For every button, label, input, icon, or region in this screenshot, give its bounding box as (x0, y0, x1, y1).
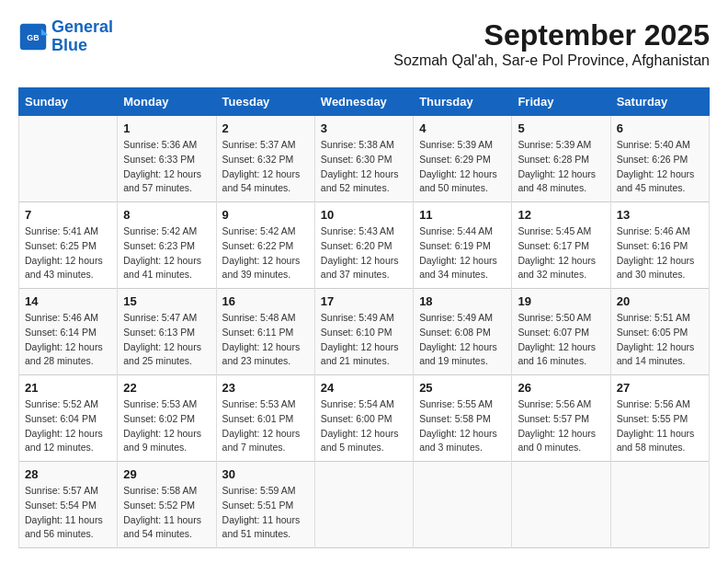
calendar-cell: 4Sunrise: 5:39 AMSunset: 6:29 PMDaylight… (414, 116, 512, 202)
logo-line2: Blue (51, 36, 87, 54)
day-info: Sunrise: 5:38 AMSunset: 6:30 PMDaylight:… (321, 138, 407, 196)
page-title: September 2025 (393, 18, 710, 52)
day-info: Sunrise: 5:54 AMSunset: 6:00 PMDaylight:… (321, 397, 407, 455)
day-info: Sunrise: 5:50 AMSunset: 6:07 PMDaylight:… (518, 311, 604, 369)
day-number: 15 (123, 294, 210, 308)
calendar-cell: 1Sunrise: 5:36 AMSunset: 6:33 PMDaylight… (118, 116, 216, 202)
calendar-cell (314, 462, 413, 548)
day-number: 30 (222, 467, 309, 481)
calendar-week-row: 7Sunrise: 5:41 AMSunset: 6:25 PMDaylight… (19, 202, 710, 289)
day-number: 21 (25, 381, 111, 395)
day-number: 7 (25, 208, 111, 222)
calendar-cell: 29Sunrise: 5:58 AMSunset: 5:52 PMDayligh… (118, 462, 216, 548)
day-info: Sunrise: 5:59 AMSunset: 5:51 PMDaylight:… (222, 484, 309, 542)
calendar-cell: 10Sunrise: 5:43 AMSunset: 6:20 PMDayligh… (314, 202, 413, 289)
weekday-header-tuesday: Tuesday (216, 88, 314, 116)
calendar-cell (610, 462, 709, 548)
logo-icon: GB (18, 22, 48, 52)
logo: GB General Blue (18, 18, 113, 55)
weekday-header-thursday: Thursday (414, 88, 512, 116)
day-number: 4 (419, 121, 506, 135)
day-info: Sunrise: 5:56 AMSunset: 5:57 PMDaylight:… (518, 397, 604, 455)
day-number: 19 (518, 294, 604, 308)
calendar-cell: 15Sunrise: 5:47 AMSunset: 6:13 PMDayligh… (118, 289, 216, 375)
day-info: Sunrise: 5:37 AMSunset: 6:32 PMDaylight:… (222, 138, 309, 196)
calendar-cell: 13Sunrise: 5:46 AMSunset: 6:16 PMDayligh… (610, 202, 709, 289)
day-number: 28 (25, 467, 111, 481)
calendar-cell: 28Sunrise: 5:57 AMSunset: 5:54 PMDayligh… (19, 462, 118, 548)
weekday-header-wednesday: Wednesday (314, 88, 413, 116)
day-info: Sunrise: 5:45 AMSunset: 6:17 PMDaylight:… (518, 224, 604, 282)
day-info: Sunrise: 5:44 AMSunset: 6:19 PMDaylight:… (419, 224, 506, 282)
svg-text:GB: GB (27, 32, 39, 41)
title-section: September 2025 Sozmah Qal'ah, Sar-e Pol … (393, 18, 710, 78)
calendar-cell: 30Sunrise: 5:59 AMSunset: 5:51 PMDayligh… (216, 462, 314, 548)
calendar-cell: 24Sunrise: 5:54 AMSunset: 6:00 PMDayligh… (314, 375, 413, 462)
day-number: 13 (617, 208, 703, 222)
calendar-cell: 17Sunrise: 5:49 AMSunset: 6:10 PMDayligh… (314, 289, 413, 375)
day-number: 5 (518, 121, 604, 135)
day-number: 16 (222, 294, 309, 308)
day-number: 14 (25, 294, 111, 308)
calendar-cell: 27Sunrise: 5:56 AMSunset: 5:55 PMDayligh… (610, 375, 709, 462)
calendar-cell: 7Sunrise: 5:41 AMSunset: 6:25 PMDaylight… (19, 202, 118, 289)
calendar-cell: 12Sunrise: 5:45 AMSunset: 6:17 PMDayligh… (512, 202, 610, 289)
day-number: 1 (123, 121, 210, 135)
day-number: 20 (617, 294, 703, 308)
calendar-week-row: 28Sunrise: 5:57 AMSunset: 5:54 PMDayligh… (19, 462, 710, 548)
day-info: Sunrise: 5:39 AMSunset: 6:28 PMDaylight:… (518, 138, 604, 196)
day-number: 2 (222, 121, 309, 135)
day-info: Sunrise: 5:48 AMSunset: 6:11 PMDaylight:… (222, 311, 309, 369)
calendar-cell: 3Sunrise: 5:38 AMSunset: 6:30 PMDaylight… (314, 116, 413, 202)
day-number: 18 (419, 294, 506, 308)
calendar-cell: 6Sunrise: 5:40 AMSunset: 6:26 PMDaylight… (610, 116, 709, 202)
weekday-header-sunday: Sunday (19, 88, 118, 116)
calendar-cell (19, 116, 118, 202)
calendar-week-row: 14Sunrise: 5:46 AMSunset: 6:14 PMDayligh… (19, 289, 710, 375)
day-number: 25 (419, 381, 506, 395)
calendar-cell: 11Sunrise: 5:44 AMSunset: 6:19 PMDayligh… (414, 202, 512, 289)
day-number: 12 (518, 208, 604, 222)
calendar-cell: 14Sunrise: 5:46 AMSunset: 6:14 PMDayligh… (19, 289, 118, 375)
calendar-cell (414, 462, 512, 548)
day-info: Sunrise: 5:42 AMSunset: 6:22 PMDaylight:… (222, 224, 309, 282)
calendar-cell: 5Sunrise: 5:39 AMSunset: 6:28 PMDaylight… (512, 116, 610, 202)
day-info: Sunrise: 5:46 AMSunset: 6:16 PMDaylight:… (617, 224, 703, 282)
calendar-cell: 21Sunrise: 5:52 AMSunset: 6:04 PMDayligh… (19, 375, 118, 462)
day-info: Sunrise: 5:43 AMSunset: 6:20 PMDaylight:… (321, 224, 407, 282)
calendar-cell: 22Sunrise: 5:53 AMSunset: 6:02 PMDayligh… (118, 375, 216, 462)
day-info: Sunrise: 5:47 AMSunset: 6:13 PMDaylight:… (123, 311, 210, 369)
calendar-cell: 26Sunrise: 5:56 AMSunset: 5:57 PMDayligh… (512, 375, 610, 462)
day-number: 9 (222, 208, 309, 222)
day-info: Sunrise: 5:55 AMSunset: 5:58 PMDaylight:… (419, 397, 506, 455)
calendar-cell (512, 462, 610, 548)
day-info: Sunrise: 5:49 AMSunset: 6:08 PMDaylight:… (419, 311, 506, 369)
calendar-cell: 2Sunrise: 5:37 AMSunset: 6:32 PMDaylight… (216, 116, 314, 202)
day-info: Sunrise: 5:41 AMSunset: 6:25 PMDaylight:… (25, 224, 111, 282)
calendar-cell: 25Sunrise: 5:55 AMSunset: 5:58 PMDayligh… (414, 375, 512, 462)
calendar-cell: 16Sunrise: 5:48 AMSunset: 6:11 PMDayligh… (216, 289, 314, 375)
calendar-cell: 20Sunrise: 5:51 AMSunset: 6:05 PMDayligh… (610, 289, 709, 375)
logo-line1: General (51, 17, 113, 36)
day-info: Sunrise: 5:49 AMSunset: 6:10 PMDaylight:… (321, 311, 407, 369)
day-info: Sunrise: 5:56 AMSunset: 5:55 PMDaylight:… (617, 397, 703, 455)
day-number: 23 (222, 381, 309, 395)
day-info: Sunrise: 5:51 AMSunset: 6:05 PMDaylight:… (617, 311, 703, 369)
day-info: Sunrise: 5:36 AMSunset: 6:33 PMDaylight:… (123, 138, 210, 196)
day-info: Sunrise: 5:40 AMSunset: 6:26 PMDaylight:… (617, 138, 703, 196)
day-number: 6 (617, 121, 703, 135)
day-info: Sunrise: 5:39 AMSunset: 6:29 PMDaylight:… (419, 138, 506, 196)
day-number: 22 (123, 381, 210, 395)
calendar-cell: 23Sunrise: 5:53 AMSunset: 6:01 PMDayligh… (216, 375, 314, 462)
day-number: 29 (123, 467, 210, 481)
weekday-header-saturday: Saturday (610, 88, 709, 116)
calendar-cell: 19Sunrise: 5:50 AMSunset: 6:07 PMDayligh… (512, 289, 610, 375)
day-number: 17 (321, 294, 407, 308)
calendar-cell: 9Sunrise: 5:42 AMSunset: 6:22 PMDaylight… (216, 202, 314, 289)
calendar-cell: 18Sunrise: 5:49 AMSunset: 6:08 PMDayligh… (414, 289, 512, 375)
day-number: 8 (123, 208, 210, 222)
day-number: 11 (419, 208, 506, 222)
weekday-header-monday: Monday (118, 88, 216, 116)
day-info: Sunrise: 5:58 AMSunset: 5:52 PMDaylight:… (123, 484, 210, 542)
calendar-cell: 8Sunrise: 5:42 AMSunset: 6:23 PMDaylight… (118, 202, 216, 289)
